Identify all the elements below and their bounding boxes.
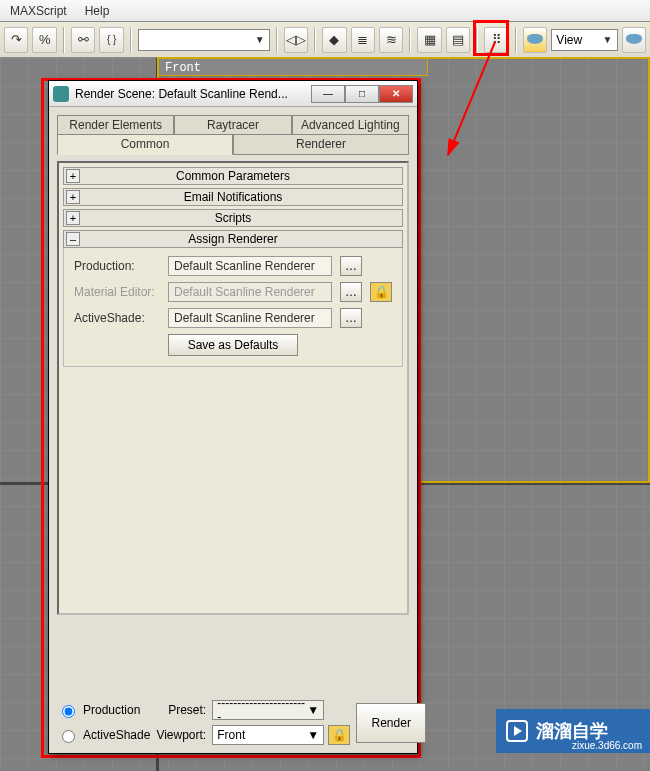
dialog-body: Render Elements Raytracer Advanced Light… [49,107,417,753]
menu-help[interactable]: Help [85,4,110,18]
production-radio[interactable] [62,705,75,718]
render-scene-dialog: Render Scene: Default Scanline Rend... —… [48,80,418,754]
material-editor-label: Material Editor: [74,285,160,299]
rollout-scripts[interactable]: + Scripts [63,209,403,227]
percent-icon[interactable]: % [32,27,56,53]
link-icon[interactable]: ⚯ [71,27,95,53]
production-value: Default Scanline Renderer [168,256,332,276]
rollout-common-parameters[interactable]: + Common Parameters [63,167,403,185]
layers2-icon[interactable]: ≋ [379,27,403,53]
collapse-icon[interactable]: – [66,232,80,246]
dialog-title: Render Scene: Default Scanline Rend... [75,87,305,101]
minimize-button[interactable]: — [311,85,345,103]
render-type-dropdown[interactable]: View ▼ [551,29,617,51]
choose-material-button[interactable]: … [340,282,362,302]
viewport-lock-icon[interactable]: 🔒 [328,725,350,745]
activeshade-value: Default Scanline Renderer [168,308,332,328]
tab-raytracer[interactable]: Raytracer [174,115,291,135]
choose-production-button[interactable]: … [340,256,362,276]
material-editor-icon[interactable]: ⠿ [484,27,508,53]
dialog-titlebar[interactable]: Render Scene: Default Scanline Rend... —… [49,81,417,107]
schematic-icon[interactable]: ▦ [417,27,441,53]
rollout-assign-renderer[interactable]: – Assign Renderer [63,230,403,248]
render-button[interactable]: Render [356,703,426,743]
app-icon [53,86,69,102]
rollout-email-notifications[interactable]: + Email Notifications [63,188,403,206]
viewport-label-front[interactable]: Front [158,58,428,76]
tabs-row-1: Render Elements Raytracer Advanced Light… [57,115,409,135]
viewport-dropdown[interactable]: Front▼ [212,725,324,745]
preset-label: Preset: [168,703,206,717]
mirror-icon[interactable]: ◁▷ [284,27,308,53]
activeshade-radio[interactable] [62,730,75,743]
expand-icon[interactable]: + [66,190,80,204]
tab-render-elements[interactable]: Render Elements [57,115,174,135]
production-label: Production: [74,259,160,273]
align-icon[interactable]: ◆ [322,27,346,53]
material-editor-value: Default Scanline Renderer [168,282,332,302]
menu-maxscript[interactable]: MAXScript [10,4,67,18]
viewport-label: Viewport: [156,728,206,742]
activeshade-radio-label: ActiveShade [83,728,150,742]
render-type-label: View [556,33,582,47]
tab-advanced-lighting[interactable]: Advanced Lighting [292,115,409,135]
assign-renderer-body: Production: Default Scanline Renderer … … [63,248,403,367]
choose-activeshade-button[interactable]: … [340,308,362,328]
tab-renderer[interactable]: Renderer [233,135,409,155]
watermark-url: zixue.3d66.com [572,740,642,751]
expand-icon[interactable]: + [66,169,80,183]
quick-render-icon[interactable] [622,27,646,53]
rollout-area: + Common Parameters + Email Notification… [57,161,409,615]
selection-filter-dropdown[interactable]: ▼ [138,29,270,51]
lock-icon[interactable]: 🔒 [370,282,392,302]
curve-editor-icon[interactable]: ▤ [446,27,470,53]
watermark: 溜溜自学 zixue.3d66.com [496,709,650,753]
abc-icon[interactable]: { } [99,27,123,53]
maximize-button[interactable]: □ [345,85,379,103]
activeshade-label: ActiveShade: [74,311,160,325]
play-icon [506,720,528,742]
production-radio-label: Production [83,703,140,717]
save-as-defaults-button[interactable]: Save as Defaults [168,334,298,356]
menubar: MAXScript Help [0,0,650,22]
bottom-panel: Production Preset: ---------------------… [57,692,409,745]
preset-dropdown[interactable]: -----------------------▼ [212,700,324,720]
tabs-row-2: Common Renderer [57,135,409,155]
layers-icon[interactable]: ≣ [351,27,375,53]
tab-common[interactable]: Common [57,135,233,155]
render-scene-dialog-icon[interactable] [523,27,547,53]
close-button[interactable]: ✕ [379,85,413,103]
expand-icon[interactable]: + [66,211,80,225]
redo-icon[interactable]: ↷ [4,27,28,53]
main-toolbar: ↷ % ⚯ { } ▼ ◁▷ ◆ ≣ ≋ ▦ ▤ ⠿ View ▼ [0,22,650,58]
